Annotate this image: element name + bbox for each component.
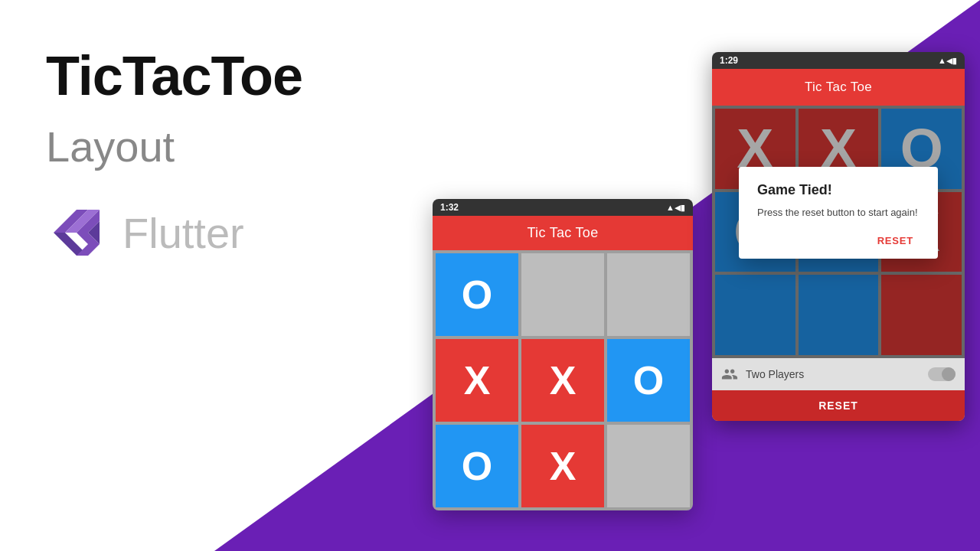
dialog-title: Game Tied! (757, 182, 920, 198)
phone-mockup-2: 1:29 ▲◀▮ Tic Tac Toe X X O O O X Game Ti… (712, 52, 965, 421)
flutter-label: Flutter (122, 208, 244, 258)
phone-mockup-1: 1:32 ▲◀▮ Tic Tac Toe O X X O O X (433, 199, 693, 510)
signal-icon-1: ▲◀▮ (666, 203, 685, 213)
flutter-branding: Flutter (46, 202, 302, 263)
game-grid-1: O X X O O X (433, 250, 693, 510)
people-icon (721, 366, 738, 383)
two-players-label: Two Players (746, 368, 920, 380)
dialog-message: Press the reset button to start again! (757, 206, 920, 220)
cell-2-1[interactable]: X (521, 339, 604, 422)
cell-3-1[interactable]: X (521, 425, 604, 507)
status-icons-2: ▲◀▮ (938, 56, 957, 66)
reset-bar-button[interactable]: RESET (712, 390, 965, 421)
cell-1-0[interactable]: O (436, 253, 518, 336)
toggle-switch[interactable] (928, 367, 956, 381)
two-players-row: Two Players (712, 358, 965, 390)
toggle-knob (942, 367, 956, 381)
status-bar-2: 1:29 ▲◀▮ (712, 52, 965, 69)
game-area-2: X X O O O X Game Tied! Press the reset b… (712, 106, 965, 358)
subtitle-layout: Layout (46, 122, 302, 171)
status-bar-1: 1:32 ▲◀▮ (433, 199, 693, 216)
signal-icon-2: ▲◀▮ (938, 56, 957, 66)
phone-bottom: Two Players RESET (712, 358, 965, 421)
app-bar-1: Tic Tac Toe (433, 216, 693, 250)
cell-1-2[interactable] (607, 253, 690, 336)
dialog-actions: RESET (757, 232, 920, 249)
cell-3-0[interactable]: O (436, 425, 518, 507)
flutter-logo-icon (46, 202, 107, 263)
left-section: TicTacToe Layout Flutter (46, 46, 302, 263)
dialog-reset-button[interactable]: RESET (871, 232, 920, 249)
app-title: TicTacToe (46, 46, 302, 106)
cell-2-0[interactable]: X (436, 339, 518, 422)
dialog-overlay: Game Tied! Press the reset button to sta… (712, 106, 965, 358)
cell-1-1[interactable] (521, 253, 604, 336)
time-2: 1:29 (720, 55, 738, 66)
dialog-box: Game Tied! Press the reset button to sta… (739, 167, 938, 259)
status-icons-1: ▲◀▮ (666, 203, 685, 213)
app-bar-2: Tic Tac Toe (712, 69, 965, 106)
cell-2-2[interactable]: O (607, 339, 690, 422)
cell-3-2[interactable] (607, 425, 690, 507)
time-1: 1:32 (440, 202, 459, 213)
